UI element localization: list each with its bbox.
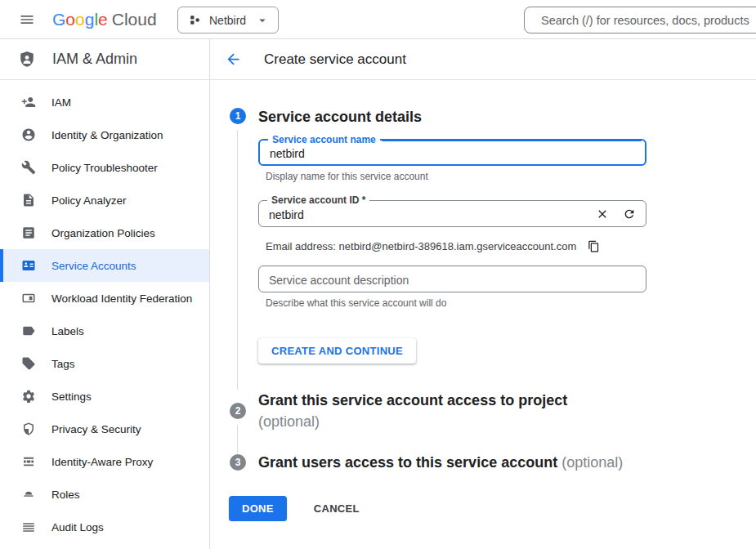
step-3-title: Grant users access to this service accou… bbox=[258, 453, 756, 471]
sidebar-header: IAM & Admin bbox=[0, 39, 209, 80]
sidebar-item-settings[interactable]: Settings bbox=[0, 380, 209, 413]
sidebar-item-policy-analyzer[interactable]: Policy Analyzer bbox=[0, 184, 209, 216]
service-account-name-field: Service account name bbox=[258, 139, 646, 166]
step-1-badge: 1 bbox=[230, 108, 246, 124]
main-area: Create service account 1 Service account… bbox=[210, 39, 756, 549]
logo-letter: o bbox=[75, 10, 85, 29]
product-title: IAM & Admin bbox=[52, 51, 137, 68]
step-2-optional: (optional) bbox=[258, 411, 667, 432]
back-arrow-icon[interactable] bbox=[225, 51, 242, 68]
name-helper-text: Display name for this service account bbox=[266, 171, 756, 182]
label-icon bbox=[21, 324, 36, 338]
menu-icon[interactable] bbox=[19, 11, 35, 28]
step-connector bbox=[237, 130, 238, 390]
logo-letter: e bbox=[98, 10, 108, 29]
caret-down-icon bbox=[255, 13, 270, 28]
sidebar-item-service-accounts[interactable]: Service Accounts bbox=[0, 249, 209, 282]
shield-half-icon bbox=[21, 422, 36, 436]
sidebar-item-label: Workload Identity Federation bbox=[51, 292, 192, 305]
gear-icon bbox=[21, 389, 36, 404]
email-address-text: Email address: netbird@netbird-389618.ia… bbox=[266, 240, 576, 252]
service-account-name-input[interactable] bbox=[260, 141, 645, 164]
step-3: 3 Grant users access to this service acc… bbox=[210, 453, 756, 471]
service-account-id-input[interactable] bbox=[259, 201, 646, 226]
sidebar-item-workload-identity-federation[interactable]: Workload Identity Federation bbox=[0, 282, 209, 315]
sidebar-item-label: Audit Logs bbox=[51, 521, 104, 533]
list-icon bbox=[21, 520, 36, 534]
page-title: Create service account bbox=[264, 51, 406, 68]
sidebar-item-label: Roles bbox=[51, 489, 80, 501]
step-connector bbox=[237, 425, 238, 453]
sidebar-item-roles[interactable]: Roles bbox=[0, 478, 209, 511]
done-button[interactable]: DONE bbox=[229, 496, 287, 521]
top-bar: Google Cloud Netbird bbox=[0, 0, 756, 39]
logo-letter: o bbox=[65, 10, 75, 29]
policy-analyzer-icon bbox=[21, 193, 36, 208]
sidebar-item-label: Service Accounts bbox=[51, 260, 136, 272]
create-and-continue-button[interactable]: CREATE AND CONTINUE bbox=[258, 338, 416, 364]
project-selector[interactable]: Netbird bbox=[177, 7, 279, 33]
service-account-icon bbox=[21, 258, 36, 273]
project-icon bbox=[188, 13, 202, 27]
workload-identity-icon bbox=[21, 291, 36, 306]
step-2-title: Grant this service account access to pro… bbox=[258, 390, 667, 432]
logo-cloud-text: Cloud bbox=[112, 10, 157, 29]
org-policies-icon bbox=[21, 225, 36, 240]
sidebar-item-tags[interactable]: Tags bbox=[0, 347, 209, 380]
create-service-account-form: 1 Service account details Service accoun… bbox=[210, 80, 756, 521]
sidebar-nav: IAMIdentity & OrganizationPolicy Trouble… bbox=[0, 80, 209, 543]
step-3-optional: (optional) bbox=[561, 454, 623, 471]
sidebar-item-labels[interactable]: Labels bbox=[0, 315, 209, 347]
service-account-id-field: Service account ID * bbox=[258, 200, 646, 227]
page-header: Create service account bbox=[210, 39, 756, 80]
cancel-button[interactable]: CANCEL bbox=[309, 502, 365, 516]
clear-icon[interactable] bbox=[596, 208, 609, 221]
description-helper-text: Describe what this service account will … bbox=[266, 297, 756, 309]
sidebar-item-privacy-security[interactable]: Privacy & Security bbox=[0, 413, 209, 445]
person-add-icon bbox=[21, 95, 36, 109]
iap-icon bbox=[21, 454, 36, 469]
sidebar-item-identity-aware-proxy[interactable]: Identity-Aware Proxy bbox=[0, 445, 209, 478]
sidebar-item-label: Labels bbox=[51, 325, 84, 337]
project-name: Netbird bbox=[209, 14, 246, 27]
step-2-badge: 2 bbox=[230, 403, 246, 419]
logo-letter: G bbox=[52, 10, 65, 29]
sidebar-item-label: Tags bbox=[51, 358, 75, 370]
sidebar-item-label: Identity-Aware Proxy bbox=[51, 456, 153, 468]
wrench-icon bbox=[21, 160, 36, 175]
service-account-description-field bbox=[258, 266, 646, 292]
google-cloud-logo[interactable]: Google Cloud bbox=[52, 10, 157, 29]
refresh-icon[interactable] bbox=[623, 208, 636, 221]
logo-letter: g bbox=[85, 10, 95, 29]
step-2: 2 Grant this service account access to p… bbox=[210, 390, 756, 453]
sidebar-item-label: Identity & Organization bbox=[51, 129, 163, 141]
shield-person-icon bbox=[18, 50, 36, 69]
search-input[interactable] bbox=[525, 7, 756, 33]
sidebar-item-policy-troubleshooter[interactable]: Policy Troubleshooter bbox=[0, 151, 209, 184]
step-3-badge: 3 bbox=[230, 454, 246, 471]
sidebar-item-label: IAM bbox=[51, 96, 71, 109]
step-1: 1 Service account details Service accoun… bbox=[210, 108, 756, 390]
form-actions: DONE CANCEL bbox=[229, 496, 756, 521]
hat-icon bbox=[21, 487, 36, 502]
search-bar bbox=[524, 7, 756, 33]
tag-icon bbox=[21, 356, 36, 371]
sidebar-item-organization-policies[interactable]: Organization Policies bbox=[0, 216, 209, 249]
sidebar-item-label: Policy Analyzer bbox=[51, 194, 127, 207]
sidebar: IAM & Admin IAMIdentity & OrganizationPo… bbox=[0, 39, 210, 549]
sidebar-item-audit-logs[interactable]: Audit Logs bbox=[0, 511, 209, 543]
sidebar-item-iam[interactable]: IAM bbox=[0, 86, 209, 118]
sidebar-item-label: Privacy & Security bbox=[51, 423, 141, 435]
copy-icon[interactable] bbox=[588, 240, 600, 252]
step-1-title: Service account details bbox=[258, 108, 756, 126]
sidebar-item-identity-organization[interactable]: Identity & Organization bbox=[0, 118, 209, 151]
logo-google-letters: Google bbox=[52, 10, 108, 29]
service-account-description-input[interactable] bbox=[259, 266, 646, 292]
account-circle-icon bbox=[21, 127, 36, 142]
sidebar-item-label: Policy Troubleshooter bbox=[51, 162, 158, 174]
sidebar-item-label: Settings bbox=[51, 391, 92, 403]
sidebar-item-label: Organization Policies bbox=[51, 227, 155, 239]
